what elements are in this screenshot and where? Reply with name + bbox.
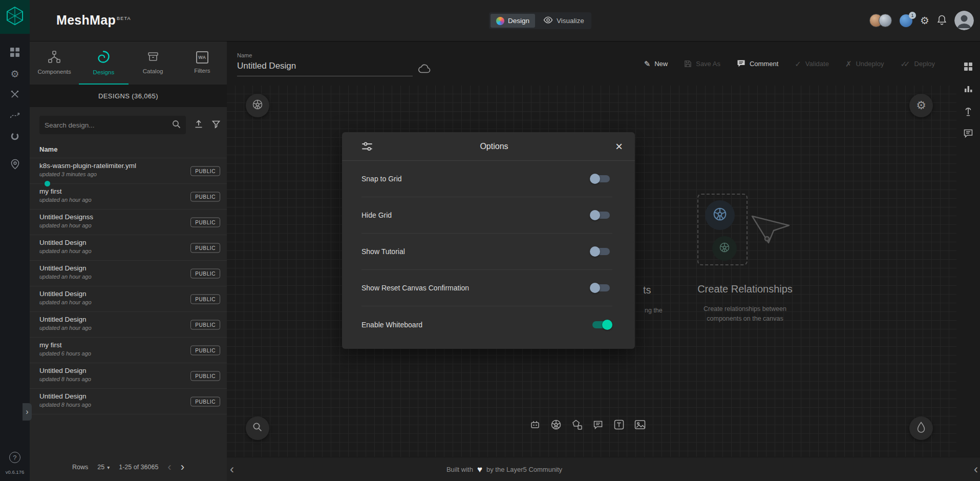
component-node (712, 236, 737, 261)
hide-grid-toggle[interactable] (590, 209, 612, 221)
design-list-item[interactable]: Untitled Design updated an hour ago PUBL… (30, 235, 227, 261)
public-badge: PUBLIC (190, 217, 220, 227)
design-search[interactable] (39, 116, 186, 134)
public-badge: PUBLIC (190, 396, 220, 406)
toolbox-dock-button[interactable] (528, 419, 542, 432)
kubernetes-wheel-icon (251, 98, 264, 113)
bell-icon (937, 14, 947, 27)
import-design-button[interactable] (194, 119, 204, 131)
validate-button[interactable]: ✓ Validate (795, 60, 829, 68)
heart-icon: ♥ (477, 465, 482, 474)
dock-grid-button[interactable] (963, 61, 973, 74)
design-list-item[interactable]: Untitled Design updated 8 hours ago PUBL… (30, 363, 227, 389)
footer-collapse-left-button[interactable]: ‹ (230, 463, 234, 475)
enable-whiteboard-toggle[interactable] (590, 319, 612, 331)
layer5-logo-tile[interactable] (0, 0, 30, 34)
nav-dashboard-button[interactable] (10, 48, 20, 58)
new-design-button[interactable]: ✎ New (644, 60, 668, 68)
notifications-bell-button[interactable] (937, 14, 947, 27)
comment-button[interactable]: Comment (737, 59, 778, 68)
kubernetes-dock-button[interactable] (549, 419, 563, 432)
setting-label: Enable Whiteboard (361, 321, 422, 329)
public-badge: PUBLIC (190, 243, 220, 253)
text-tool-dock-button[interactable] (612, 419, 626, 432)
setting-row: Show Reset Canvas Confirmation (361, 270, 612, 306)
name-column-header[interactable]: Name (30, 139, 227, 158)
provider-sphere-button[interactable]: 1 (900, 14, 912, 27)
ink-drop-button[interactable] (909, 416, 933, 440)
comments-button[interactable] (963, 129, 973, 140)
filter-designs-button[interactable] (211, 119, 221, 131)
design-list: k8s-wasm-plugin-ratelimiter.yml updated … (30, 158, 227, 453)
nav-performance-button[interactable] (10, 111, 20, 121)
design-list-item[interactable]: Untitled Design updated an hour ago PUBL… (30, 261, 227, 286)
user-avatar-button[interactable] (954, 11, 974, 30)
setting-label: Hide Grid (361, 211, 392, 219)
design-name-input[interactable]: Untitled Design (237, 61, 413, 76)
collaborator-avatar[interactable] (879, 14, 892, 27)
search-toolbar (30, 107, 227, 139)
visualize-mode-button[interactable]: Visualize (538, 14, 590, 28)
kubernetes-wheel-button[interactable] (246, 94, 269, 117)
kubernetes-wheel-icon (550, 419, 562, 433)
snap-to-grid-toggle[interactable] (590, 173, 612, 185)
app-title: MeshMapBETA (56, 13, 131, 28)
save-as-button[interactable]: Save As (684, 60, 720, 68)
design-name-label: Name (237, 52, 413, 58)
components-icon (48, 50, 61, 65)
panel-collapse-handle[interactable]: › (23, 403, 32, 421)
action-label: Validate (805, 60, 829, 68)
setting-row: Snap to Grid (361, 161, 612, 197)
next-page-button[interactable]: › (181, 462, 184, 473)
show-reset-canvas-confirmation-toggle[interactable] (590, 282, 612, 294)
design-list-item[interactable]: my first updated 6 hours ago PUBLIC (30, 338, 227, 363)
show-tutorial-toggle[interactable] (590, 245, 612, 258)
design-search-input[interactable] (45, 121, 172, 129)
public-badge: PUBLIC (190, 166, 220, 176)
design-list-item[interactable]: Untitled Design updated 8 hours ago PUBL… (30, 389, 227, 414)
cloud-sync-icon (418, 64, 431, 75)
design-list-item[interactable]: Untitled Design updated an hour ago PUBL… (30, 312, 227, 338)
undeploy-button[interactable]: ✗ Undeploy (845, 60, 884, 68)
funnel-icon (211, 119, 221, 131)
design-mode-button[interactable]: Design (491, 14, 535, 28)
shapes-dock-button[interactable] (570, 419, 584, 432)
design-list-item[interactable]: k8s-wasm-plugin-ratelimiter.yml updated … (30, 158, 227, 184)
nav-lifecycle-button[interactable]: ⚙ (10, 69, 20, 79)
media-dock-button[interactable] (633, 419, 647, 432)
action-label: Comment (750, 60, 778, 68)
wasm-icon: WA (196, 51, 208, 64)
prev-page-button[interactable]: ‹ (167, 462, 171, 473)
nav-meshmap-button[interactable] (10, 160, 20, 170)
settings-gear-button[interactable]: ⚙ (920, 15, 929, 26)
dashboard-grid-icon (10, 48, 19, 59)
design-list-item[interactable]: my first updated an hour ago PUBLIC (30, 184, 227, 210)
text-tool-icon (613, 419, 625, 432)
toggle-knob (590, 283, 600, 293)
public-badge: PUBLIC (190, 320, 220, 329)
design-list-item[interactable]: Untitled Designss updated an hour ago PU… (30, 210, 227, 235)
nav-configuration-button[interactable] (10, 90, 20, 100)
tab-filters[interactable]: WA Filters (178, 41, 227, 85)
top-header: MeshMapBETA Design Visualize 1 ⚙ (30, 0, 980, 41)
tab-designs[interactable]: Designs (79, 41, 128, 85)
chevron-left-icon: ‹ (167, 461, 171, 473)
tab-catalog[interactable]: Catalog (129, 41, 178, 85)
footer-collapse-right-button[interactable]: ‹ (974, 463, 978, 475)
tab-components[interactable]: Components (30, 41, 79, 85)
comment-dock-button[interactable] (591, 419, 605, 432)
kubernetes-wheel-icon (712, 206, 728, 224)
analytics-button[interactable] (963, 83, 973, 96)
deploy-button[interactable]: ✓✓ Deploy (900, 60, 935, 68)
help-button[interactable]: ? (9, 452, 20, 463)
close-dialog-button[interactable]: × (615, 140, 623, 153)
nav-extensions-button[interactable] (10, 132, 20, 142)
rows-per-page-select[interactable]: 25 ▾ (97, 464, 110, 471)
zoom-button[interactable] (246, 416, 269, 440)
cross-icon: ✗ (845, 60, 852, 68)
tutorial-card-body-line: Create relationships between (704, 304, 786, 314)
person-icon (954, 11, 974, 30)
canvas-options-button[interactable]: ⚙ (909, 94, 933, 117)
gesture-button[interactable] (963, 106, 973, 119)
design-list-item[interactable]: Untitled Design updated an hour ago PUBL… (30, 286, 227, 312)
